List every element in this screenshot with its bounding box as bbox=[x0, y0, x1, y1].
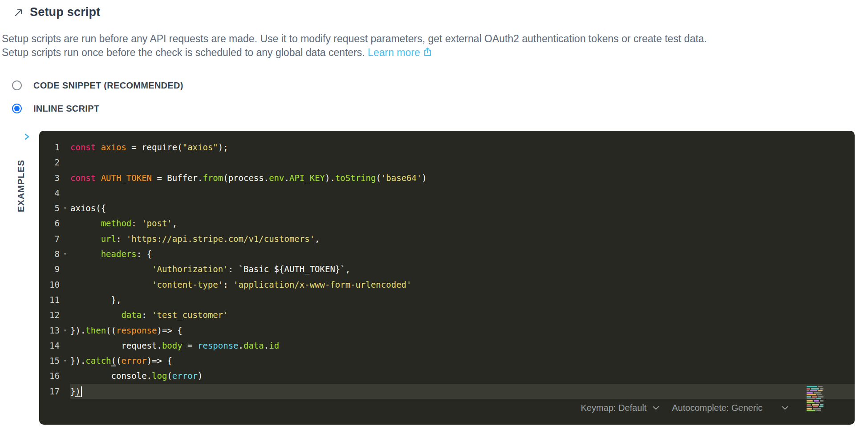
code-line[interactable]: 7 url: 'https://api.stripe.com/v1/custom… bbox=[39, 231, 855, 246]
code-line[interactable]: 17}) bbox=[39, 384, 855, 399]
code-text[interactable]: axios({ bbox=[70, 201, 855, 216]
text-cursor bbox=[81, 386, 82, 397]
fold-gutter bbox=[60, 307, 70, 322]
code-lines: 1const axios = require("axios");23const … bbox=[39, 140, 855, 399]
autocomplete-dropdown[interactable]: Autocomplete: Generic bbox=[672, 403, 789, 413]
external-link-icon bbox=[423, 46, 432, 60]
code-preview-icon bbox=[807, 386, 827, 412]
code-text[interactable] bbox=[70, 185, 855, 201]
code-line[interactable]: 12 data: 'test_customer' bbox=[39, 307, 855, 322]
line-number: 10 bbox=[39, 277, 60, 292]
code-editor[interactable]: 1const axios = require("axios");23const … bbox=[39, 131, 855, 425]
fold-arrow-icon[interactable]: ▾ bbox=[60, 246, 70, 261]
header: Setup script bbox=[14, 5, 100, 19]
code-line[interactable]: 8▾ headers: { bbox=[39, 246, 855, 261]
fold-gutter bbox=[60, 368, 70, 383]
fold-gutter bbox=[60, 292, 70, 307]
code-text[interactable]: }).then((response)=> { bbox=[70, 323, 855, 338]
radio-circle-icon[interactable] bbox=[12, 80, 22, 90]
code-text[interactable]: headers: { bbox=[70, 246, 855, 261]
fold-gutter bbox=[60, 216, 70, 231]
line-number: 13 bbox=[39, 323, 60, 338]
code-text[interactable]: 'content-type': 'application/x-www-form-… bbox=[70, 277, 855, 292]
code-text[interactable]: }) bbox=[70, 384, 855, 399]
description-line-2: Setup scripts run once before the check … bbox=[2, 46, 852, 60]
code-line[interactable]: 5▾axios({ bbox=[39, 201, 855, 216]
setup-script-section: Setup script Setup scripts are run befor… bbox=[0, 0, 868, 434]
fold-gutter bbox=[60, 338, 70, 353]
line-number: 12 bbox=[39, 307, 60, 322]
line-number: 1 bbox=[39, 140, 60, 155]
examples-tab[interactable]: EXAMPLES bbox=[16, 154, 26, 212]
code-text[interactable]: method: 'post', bbox=[70, 216, 855, 231]
code-text[interactable]: }, bbox=[70, 292, 855, 307]
editor-status-bar: Keymap: Default Autocomplete: Generic bbox=[581, 403, 789, 413]
code-text[interactable]: request.body = response.data.id bbox=[70, 338, 855, 353]
line-number: 16 bbox=[39, 368, 60, 383]
code-line[interactable]: 13▾}).then((response)=> { bbox=[39, 323, 855, 338]
radio-label: INLINE SCRIPT bbox=[33, 104, 99, 114]
code-line[interactable]: 11 }, bbox=[39, 292, 855, 307]
fold-gutter bbox=[60, 155, 70, 170]
code-line[interactable]: 1const axios = require("axios"); bbox=[39, 140, 855, 155]
code-line[interactable]: 6 method: 'post', bbox=[39, 216, 855, 231]
code-text[interactable]: const axios = require("axios"); bbox=[70, 140, 855, 155]
line-number: 5 bbox=[39, 201, 60, 216]
fold-gutter bbox=[60, 384, 70, 399]
code-text[interactable]: data: 'test_customer' bbox=[70, 307, 855, 322]
line-number: 14 bbox=[39, 338, 60, 353]
radio-circle-selected-icon[interactable] bbox=[12, 104, 22, 113]
line-number: 7 bbox=[39, 231, 60, 246]
code-line[interactable]: 16 console.log(error) bbox=[39, 368, 855, 383]
description: Setup scripts are run before any API req… bbox=[2, 32, 852, 60]
radio-label: CODE SNIPPET (RECOMMENDED) bbox=[33, 80, 183, 91]
line-number: 4 bbox=[39, 185, 60, 201]
code-line[interactable]: 4 bbox=[39, 185, 855, 201]
line-number: 8 bbox=[39, 246, 60, 261]
page-title: Setup script bbox=[30, 5, 100, 19]
code-text[interactable]: console.log(error) bbox=[70, 368, 855, 383]
chevron-down-icon bbox=[652, 406, 660, 410]
fold-gutter bbox=[60, 170, 70, 185]
line-number: 9 bbox=[39, 261, 60, 277]
fold-gutter bbox=[60, 231, 70, 246]
fold-gutter bbox=[60, 277, 70, 292]
fold-gutter bbox=[60, 140, 70, 155]
fold-arrow-icon[interactable]: ▾ bbox=[60, 323, 70, 338]
line-number: 17 bbox=[39, 384, 60, 399]
line-number: 15 bbox=[39, 353, 60, 368]
fold-arrow-icon[interactable]: ▾ bbox=[60, 201, 70, 216]
radio-code-snippet[interactable]: CODE SNIPPET (RECOMMENDED) bbox=[12, 80, 183, 90]
line-number: 3 bbox=[39, 170, 60, 185]
fold-gutter bbox=[60, 185, 70, 201]
code-line[interactable]: 15▾}).catch((error)=> { bbox=[39, 353, 855, 368]
line-number: 11 bbox=[39, 292, 60, 307]
code-line[interactable]: 14 request.body = response.data.id bbox=[39, 338, 855, 353]
code-line[interactable]: 10 'content-type': 'application/x-www-fo… bbox=[39, 277, 855, 292]
learn-more-link[interactable]: Learn more bbox=[368, 46, 432, 60]
fold-arrow-icon[interactable]: ▾ bbox=[60, 353, 70, 368]
line-number: 2 bbox=[39, 155, 60, 170]
chevron-right-icon[interactable] bbox=[23, 133, 31, 142]
code-text[interactable] bbox=[70, 155, 855, 170]
arrow-up-right-icon bbox=[14, 8, 24, 17]
radio-inline-script[interactable]: INLINE SCRIPT bbox=[12, 104, 99, 113]
code-text[interactable]: const AUTH_TOKEN = Buffer.from(process.e… bbox=[70, 170, 855, 185]
code-text[interactable]: 'Authorization': `Basic ${AUTH_TOKEN}`, bbox=[70, 261, 855, 277]
code-text[interactable]: }).catch((error)=> { bbox=[70, 353, 855, 368]
description-line-1: Setup scripts are run before any API req… bbox=[2, 32, 852, 46]
code-text[interactable]: url: 'https://api.stripe.com/v1/customer… bbox=[70, 231, 855, 246]
fold-gutter bbox=[60, 261, 70, 277]
code-line[interactable]: 3const AUTH_TOKEN = Buffer.from(process.… bbox=[39, 170, 855, 185]
keymap-dropdown[interactable]: Keymap: Default bbox=[581, 403, 660, 413]
code-line[interactable]: 2 bbox=[39, 155, 855, 170]
line-number: 6 bbox=[39, 216, 60, 231]
chevron-down-icon bbox=[781, 406, 789, 410]
code-line[interactable]: 9 'Authorization': `Basic ${AUTH_TOKEN}`… bbox=[39, 261, 855, 277]
